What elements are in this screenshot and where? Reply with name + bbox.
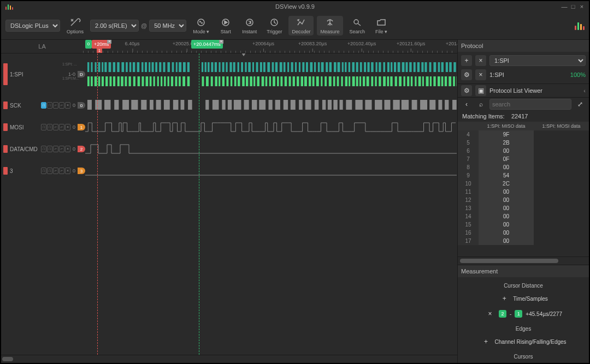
table-row[interactable]: 1300 [458, 204, 589, 212]
svg-rect-28 [176, 62, 178, 72]
table-row[interactable]: 600 [458, 147, 589, 155]
cursor-1-flag[interactable]: +20ms× [92, 40, 111, 49]
plv-settings-button[interactable]: ⚙ [461, 85, 472, 96]
svg-rect-167 [363, 76, 365, 86]
svg-rect-219 [315, 100, 318, 110]
plv-save-button[interactable]: ▣ [475, 85, 486, 96]
table-row[interactable]: 1200 [458, 196, 589, 204]
channel-tag[interactable]: 3 [78, 168, 85, 174]
table-row[interactable]: 1700 [458, 237, 589, 245]
svg-rect-9 [102, 62, 103, 72]
table-h-scrollbar[interactable] [458, 256, 589, 265]
add-edge-button[interactable]: + [480, 336, 491, 347]
svg-rect-124 [182, 76, 185, 86]
plv-expand-button[interactable]: ⤢ [575, 99, 586, 110]
table-row[interactable]: 954 [458, 171, 589, 180]
add-cursor-pair-button[interactable]: + [499, 293, 510, 304]
titlebar: DSView v0.9.9 — □ × [1, 1, 589, 12]
measurement-title: Measurement [458, 265, 589, 277]
channel-tag[interactable]: 2 [78, 146, 85, 152]
svg-rect-79 [379, 62, 381, 72]
svg-rect-174 [390, 76, 392, 86]
channel-tag[interactable]: 1 [78, 124, 85, 130]
remove-cursor-pair-button[interactable]: × [485, 308, 495, 319]
svg-rect-169 [371, 76, 373, 86]
svg-rect-128 [211, 76, 213, 86]
trigger-button[interactable]: Trigger [263, 16, 285, 35]
cursor-line[interactable] [97, 53, 98, 355]
measure-button[interactable]: Measure [317, 16, 343, 35]
decoder-button[interactable]: Decoder [288, 16, 314, 35]
duration-select[interactable]: 2.00 s(RLE) [90, 20, 139, 32]
channel-tag[interactable]: 0 [78, 102, 85, 109]
table-row[interactable]: 1100 [458, 188, 589, 196]
table-row[interactable]: 1400 [458, 212, 589, 220]
start-button[interactable]: Start [216, 16, 235, 35]
protocol-delete-button[interactable]: × [475, 69, 486, 80]
svg-rect-171 [379, 76, 381, 86]
minimize-button[interactable]: — [560, 3, 568, 10]
svg-rect-57 [295, 62, 297, 72]
table-row[interactable]: 1600 [458, 229, 589, 237]
svg-rect-105 [109, 76, 111, 86]
table-row[interactable]: 1500 [458, 220, 589, 229]
table-row[interactable]: 70F [458, 155, 589, 163]
svg-rect-159 [333, 76, 335, 86]
table-row[interactable]: 49F [458, 130, 589, 139]
table-row[interactable]: 52B [458, 139, 589, 147]
svg-rect-39 [226, 62, 227, 72]
svg-rect-217 [299, 100, 303, 110]
cursor-badge-a[interactable]: 2 [499, 310, 506, 318]
options-button[interactable]: Options [63, 16, 87, 35]
add-protocol-button[interactable]: + [461, 55, 472, 66]
table-row[interactable]: 102C [458, 180, 589, 188]
svg-rect-187 [441, 76, 444, 86]
plv-back-button[interactable]: ‹ [461, 99, 472, 110]
file-button[interactable]: File ▾ [371, 16, 391, 35]
maximize-button[interactable]: □ [569, 3, 577, 10]
cursor-0-flag[interactable]: 0 [85, 40, 92, 49]
measure-icon [323, 17, 337, 28]
instant-button[interactable]: Instant [239, 16, 260, 35]
svg-rect-8 [98, 62, 101, 72]
gear-icon: ⚙ [464, 87, 470, 94]
samplerate-select[interactable]: 50 MHz [149, 20, 186, 32]
chevron-left-icon[interactable]: ‹ [583, 87, 586, 94]
svg-rect-106 [113, 76, 115, 86]
svg-rect-116 [154, 76, 155, 86]
search-button[interactable]: Search [346, 16, 369, 35]
waveform-area[interactable]: 1:SPI1-0D1:SPI: ...1:SPI:M...SCK⎍⎍⌐⌐×00M… [1, 53, 457, 355]
cursor-line[interactable] [199, 53, 199, 355]
svg-rect-17 [133, 62, 135, 72]
svg-rect-161 [341, 76, 343, 86]
svg-rect-213 [268, 100, 272, 110]
svg-rect-145 [277, 76, 279, 86]
time-ruler[interactable]: LA 6.40µs+20025.60µs+20064µs+20083.20µs+… [1, 40, 457, 53]
close-button[interactable]: × [578, 3, 586, 10]
search-icon [351, 17, 364, 28]
svg-rect-59 [302, 62, 304, 72]
svg-rect-126 [202, 76, 204, 86]
mode-button[interactable]: Mode ▾ [190, 16, 213, 35]
h-scrollbar[interactable] [1, 355, 457, 363]
svg-rect-56 [291, 62, 293, 72]
svg-rect-48 [260, 62, 262, 72]
svg-rect-153 [309, 76, 311, 86]
table-row[interactable]: 800 [458, 163, 589, 171]
device-select[interactable]: DSLogic PLus [5, 20, 60, 32]
cursor-badge-b[interactable]: 1 [515, 310, 522, 318]
svg-rect-61 [310, 62, 312, 72]
protocol-select[interactable]: 1:SPI [489, 55, 586, 66]
channel-name: 1:SPI [10, 71, 66, 77]
svg-rect-14 [121, 62, 124, 72]
svg-rect-125 [187, 76, 190, 86]
svg-rect-190 [453, 76, 455, 86]
svg-rect-18 [137, 62, 140, 72]
svg-rect-43 [241, 62, 243, 72]
plv-search-input[interactable] [489, 99, 571, 110]
cursor-2-flag[interactable]: +20.0447ms× [191, 40, 223, 49]
svg-rect-158 [329, 76, 332, 86]
protocol-table[interactable]: 1:SPI: MISO data 1:SPI: MOSI data 49F52B… [458, 122, 589, 256]
protocol-settings-button[interactable]: ⚙ [461, 69, 472, 80]
remove-protocol-button[interactable]: × [475, 55, 486, 66]
